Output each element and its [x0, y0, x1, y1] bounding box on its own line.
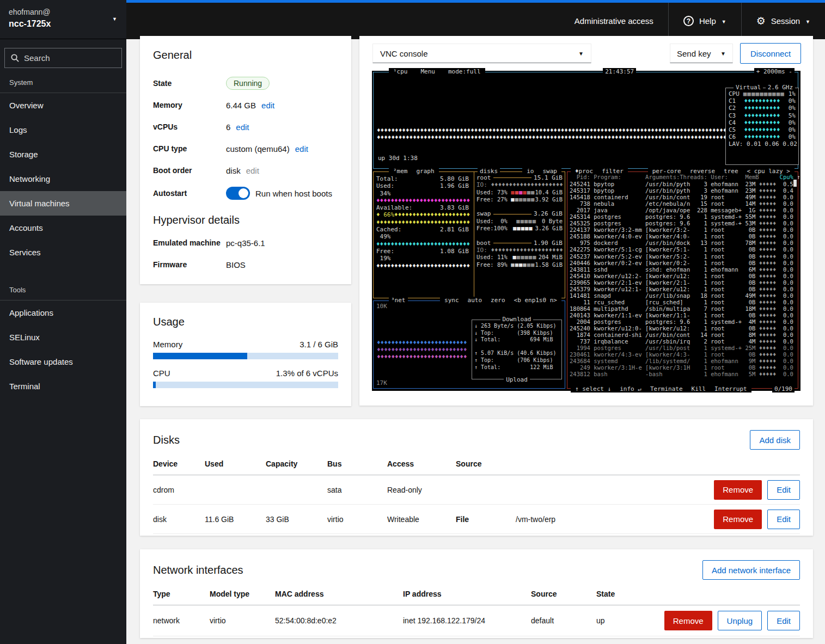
proc-row[interactable]: 738 nebula /etc/nebula/n 15 root 14M ♦♦♦…: [567, 200, 798, 207]
send-key-dropdown[interactable]: Send key ▼: [670, 44, 733, 63]
proc-row[interactable]: 245188 kworker/4:0-ev [kworker/4:0- 1 ro…: [567, 233, 798, 240]
console-type-select[interactable]: VNC console ▼: [372, 44, 591, 63]
uptime: up 30d 1:38: [378, 155, 418, 162]
proc-row[interactable]: 230461 kworker/4:3-ev [kworker/4:3- 1 ro…: [567, 351, 798, 358]
proc-row[interactable]: 245237 kworker/5:2-ev [kworker/5:2- 1 ro…: [567, 253, 798, 260]
session-menu[interactable]: ⚙ Session ▼: [741, 3, 825, 39]
disconnect-button[interactable]: Disconnect: [740, 43, 801, 64]
vnc-terminal[interactable]: ¹cpu Menu mode:full 21:43:57 + 2000ms - …: [372, 71, 800, 391]
proc-row[interactable]: 240446 kworker/0:2-ev [kworker/0:2- 1 ro…: [567, 260, 798, 266]
chevron-down-icon: ▼: [112, 16, 117, 22]
proc-row[interactable]: 11 rcu_sched [rcu_sched] 1 root 0B ♦♦♦♦♦…: [567, 299, 798, 305]
disk-io-graph: IO: ♦♦♦♦♦♦♦♦♦♦♦♦♦♦♦♦♦♦♦♦: [474, 247, 565, 254]
core-row: C3♦♦♦♦♦♦♦♦♦♦5%: [726, 112, 798, 119]
net-col-ip-address: IP address: [403, 590, 531, 598]
proc-row[interactable]: 1994 postgres /usr/lib/post 1 systemd-+ …: [567, 345, 798, 351]
remove-button[interactable]: Remove: [714, 510, 762, 529]
proc-row[interactable]: 245241 bpytop /usr/bin/pyth 3 ehofmann 2…: [567, 181, 798, 187]
cell-device: disk: [153, 515, 205, 524]
proc-row[interactable]: 145418 containerd /usr/bin/cont 19 root …: [567, 194, 798, 200]
proc-row[interactable]: 141481 snapd /usr/lib/snap 18 root 49M ♦…: [567, 292, 798, 299]
proc-row[interactable]: 245240 kworker/u12:0- [kworker/u12: 1 ro…: [567, 325, 798, 332]
mem-line: 19%: [374, 255, 472, 262]
unplug-button[interactable]: Unplug: [718, 611, 762, 630]
table-row: cdromsataRead-onlyRemoveEdit: [153, 475, 800, 505]
sidebar-item-selinux[interactable]: SELinux: [0, 325, 126, 349]
edit-button[interactable]: Edit: [767, 510, 800, 529]
sidebar-item-software-updates[interactable]: Software updates: [0, 349, 126, 374]
cpu-graph-row: ♦♦♦♦♦♦♦♦♦♦♦♦♦♦♦♦♦♦♦♦♦♦♦♦♦♦♦♦♦♦♦♦♦♦♦♦♦♦♦♦…: [377, 134, 726, 141]
proc-row[interactable]: 242275 kworker/5:1-cg [kworker/5:1- 1 ro…: [567, 246, 798, 253]
host-switcher[interactable]: ehofmann@ ncc-1725x ▼: [0, 0, 126, 39]
proc-row[interactable]: 245379 kworker/u12:1- [kworker/u12: 1 ro…: [567, 286, 798, 292]
cell-access: Writeable: [387, 515, 456, 524]
sidebar-item-virtual-machines[interactable]: Virtual machines: [0, 191, 126, 216]
proc-row[interactable]: 2004 postgres postgres: 9.6 1 systemd-+ …: [567, 318, 798, 325]
disks-col-access: Access: [387, 459, 456, 468]
firmware-value: BIOS: [226, 260, 246, 269]
sidebar-item-storage[interactable]: Storage: [0, 142, 126, 167]
proc-row[interactable]: 180864 multipathd /sbin/multipa 7 root 1…: [567, 305, 798, 312]
proc-row[interactable]: 245410 kworker/u12:2- [kworker/u12: 1 ro…: [567, 273, 798, 279]
edit-button[interactable]: Edit: [767, 480, 800, 500]
general-title: General: [153, 49, 338, 62]
add-disk-button[interactable]: Add disk: [750, 430, 800, 450]
sidebar-item-terminal[interactable]: Terminal: [0, 374, 126, 398]
mem-graph-row: ♦♦♦♦♦♦♦♦♦♦♦♦♦♦♦♦♦♦♦♦♦♦♦♦♦♦: [374, 219, 472, 226]
boot-order-edit-link[interactable]: edit: [246, 166, 259, 175]
cpu-type-label: CPU type: [153, 144, 226, 153]
search-input[interactable]: Search: [4, 48, 122, 68]
page: ehofmann@ ncc-1725x ▼ Search SystemOverv…: [0, 0, 825, 644]
proc-row[interactable]: 245325 postgres postgres: 9.6 1 systemd-…: [567, 220, 798, 226]
sidebar-item-applications[interactable]: Applications: [0, 300, 126, 325]
proc-row[interactable]: 975 dockerd /usr/bin/dock 13 root 78M ♦♦…: [567, 240, 798, 246]
proc-row[interactable]: 1874 containerd-shi /usr/bin/cont 14 roo…: [567, 332, 798, 338]
proc-footer-Interrupt: Interrupt: [712, 385, 749, 392]
chevron-down-icon: ▼: [722, 19, 726, 24]
disk-meter: Used: 11% ■■■■■■204 MiB: [474, 254, 565, 261]
remove-button[interactable]: Remove: [664, 611, 712, 630]
proc-row[interactable]: 239065 kworker/2:1-ev [kworker/2:1- 1 ro…: [567, 279, 798, 286]
sidebar-item-services[interactable]: Services: [0, 240, 126, 265]
help-menu[interactable]: ? Help ▼: [668, 3, 741, 39]
net-stat-line: ↓ Total: 694 MiB: [472, 336, 561, 344]
core-row: C1♦♦♦♦♦♦♦♦♦♦0%: [726, 97, 798, 105]
gap: [474, 232, 565, 239]
remove-button[interactable]: Remove: [714, 480, 762, 500]
terminal-proc-box: ♦proc filter per-corereversetree< cpu la…: [567, 171, 798, 389]
core-row: C5♦♦♦♦♦♦♦♦♦♦0%: [726, 126, 798, 133]
sidebar-item-accounts[interactable]: Accounts: [0, 216, 126, 240]
sidebar-item-networking[interactable]: Networking: [0, 167, 126, 191]
sidebar-item-overview[interactable]: Overview: [0, 93, 126, 118]
cpu-type-value: custom (qemu64): [226, 144, 290, 154]
net-col-state: State: [596, 590, 656, 598]
add-network-interface-button[interactable]: Add network interface: [702, 560, 800, 580]
net-stat-line: ↑ Total: 122 MiB: [472, 364, 561, 371]
sidebar-item-logs[interactable]: Logs: [0, 118, 126, 142]
cpu-type-edit-link[interactable]: edit: [295, 144, 308, 154]
memory-edit-link[interactable]: edit: [261, 101, 274, 110]
proc-row[interactable]: 243812 bash -bash 1 ehofmann 5M ♦♦♦♦♦ 0.…: [567, 371, 798, 377]
proc-row[interactable]: 249 kworker/3:1H-e [kworker/3:1H 1 root …: [567, 364, 798, 371]
proc-row[interactable]: 245314 postgres postgres: 9.6 1 systemd-…: [567, 213, 798, 220]
admin-access-button[interactable]: Administrative access: [560, 3, 668, 39]
proc-row[interactable]: 737 irqbalance /usr/sbin/irq 2 root 4M ♦…: [567, 338, 798, 345]
proc-row[interactable]: 224137 kworker/3:2-mm [kworker/3:2- 1 ro…: [567, 226, 798, 233]
terminal-disks-panel: disks io swap root15.1 GiBIO: ♦♦♦♦♦♦♦♦♦♦…: [474, 171, 565, 298]
autostart-toggle[interactable]: [226, 187, 250, 200]
cpu-progressbar: [153, 382, 338, 388]
proc-row[interactable]: 2017 java /opt/java/ope 228 messageb+ 1G…: [567, 207, 798, 213]
gap: [474, 203, 565, 210]
cell-source: default: [531, 616, 596, 625]
row-actions: RemoveEdit: [707, 480, 800, 500]
proc-row[interactable]: 245317 bpytop /usr/bin/pyth 3 ehofmann 2…: [567, 187, 798, 194]
edit-button[interactable]: Edit: [767, 611, 800, 630]
disks-card: Disks Add disk DeviceUsedCapacityBusAcce…: [140, 419, 813, 536]
proc-row[interactable]: 243811 sshd sshd: ehofman 1 ehofmann 6M …: [567, 266, 798, 273]
proc-row[interactable]: 240143 kworker/1:1-ev [kworker/1:1- 1 ro…: [567, 312, 798, 318]
proc-row[interactable]: 243684 systemd /lib/systemd/ 1 ehofmann …: [567, 358, 798, 364]
vcpus-edit-link[interactable]: edit: [236, 122, 249, 132]
session-label: Session: [771, 16, 800, 26]
general-card: General State Running Memory 6.44 GBedit…: [140, 36, 351, 284]
disk-meter: Used: 73% ■■■■■■10.4 GiB: [474, 189, 565, 196]
